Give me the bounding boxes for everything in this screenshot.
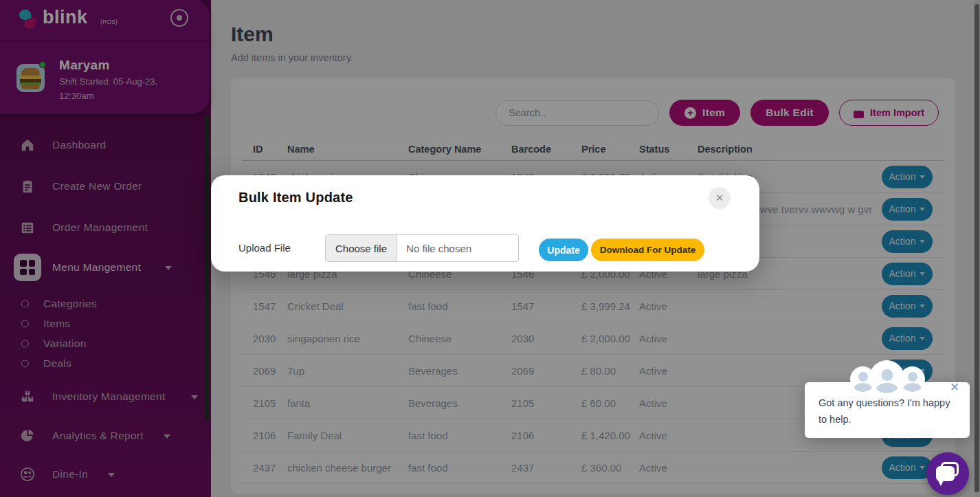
no-file-chosen-text: No file chosen xyxy=(397,243,471,254)
chat-message: Got any questions? I'm happy to help. xyxy=(818,395,959,428)
agent-avatar xyxy=(900,366,925,392)
update-button[interactable]: Update xyxy=(539,239,588,261)
close-icon: ✕ xyxy=(715,192,724,204)
close-icon: ✕ xyxy=(950,381,959,394)
upload-file-label: Upload File xyxy=(238,242,291,254)
chat-launcher-button[interactable] xyxy=(926,452,969,495)
page-scrollbar-thumb[interactable] xyxy=(975,4,979,492)
modal-close-button[interactable]: ✕ xyxy=(709,187,731,209)
chat-close-button[interactable]: ✕ xyxy=(950,380,959,395)
modal-title: Bulk Item Update xyxy=(238,190,353,206)
choose-file-button[interactable]: Choose file xyxy=(326,235,397,261)
chat-agent-avatars xyxy=(847,362,926,393)
page-scrollbar[interactable] xyxy=(974,0,980,497)
download-for-update-button[interactable]: Download For Update xyxy=(591,239,704,261)
bulk-item-update-modal: Bulk Item Update ✕ Upload File Choose fi… xyxy=(211,175,759,272)
agent-avatar xyxy=(871,362,902,393)
file-upload-input[interactable]: Choose file No file chosen xyxy=(325,234,519,262)
